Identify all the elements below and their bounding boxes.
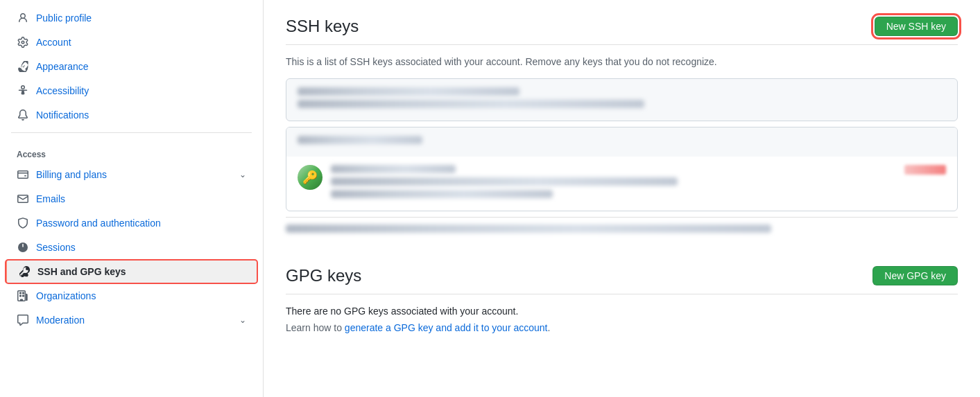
ssh-key-title-blur-2 (298, 136, 422, 144)
sidebar-item-label: Password and authentication (36, 218, 246, 229)
sidebar-item-billing[interactable]: Billing and plans ⌄ (6, 163, 257, 186)
sidebar-item-password-auth[interactable]: Password and authentication (6, 211, 257, 235)
accessibility-icon (17, 85, 29, 97)
sidebar-item-label: Sessions (36, 242, 246, 253)
ssh-section-divider (286, 44, 958, 45)
shield-icon (17, 217, 29, 229)
sidebar-item-notifications[interactable]: Notifications (6, 103, 257, 127)
ssh-key-detail-blur (298, 100, 644, 108)
person-icon (17, 12, 29, 24)
sidebar-item-account[interactable]: Account (6, 30, 257, 54)
gpg-section-divider (286, 294, 958, 294)
gear-icon (17, 36, 29, 48)
sidebar-item-accessibility[interactable]: Accessibility (6, 79, 257, 103)
ssh-key-item-3 (286, 217, 958, 244)
sidebar-item-sessions[interactable]: Sessions (6, 236, 257, 259)
sidebar-item-appearance[interactable]: Appearance (6, 55, 257, 78)
sidebar-divider (11, 132, 252, 133)
moderation-icon (17, 314, 29, 326)
gpg-no-keys-text: There are no GPG keys associated with yo… (286, 306, 958, 317)
ssh-description: This is a list of SSH keys associated wi… (286, 56, 958, 67)
learn-prefix: Learn how to (286, 322, 345, 333)
page-title: SSH keys (286, 17, 359, 36)
key-icon (18, 265, 31, 278)
sidebar-item-label: Billing and plans (36, 169, 232, 180)
ssh-key-fingerprint-blur (331, 177, 678, 186)
ssh-key-name-blur (331, 165, 456, 173)
ssh-key-title-blur (298, 87, 519, 96)
mail-icon (17, 193, 29, 205)
chevron-down-icon: ⌄ (239, 170, 246, 179)
ssh-key-row-blur (286, 224, 771, 233)
sidebar-item-emails[interactable]: Emails (6, 187, 257, 211)
access-section-header: Access (0, 139, 263, 162)
ssh-key-item-1 (286, 78, 958, 121)
gpg-title: GPG keys (286, 266, 361, 285)
sidebar-item-label: Notifications (36, 109, 246, 121)
new-ssh-key-button[interactable]: New SSH key (875, 17, 958, 36)
sidebar-item-label: Appearance (36, 61, 246, 72)
ssh-key-delete-blur (904, 165, 946, 175)
sidebar-item-moderation[interactable]: Moderation ⌄ (6, 308, 257, 332)
sidebar-item-label: Public profile (36, 12, 246, 24)
bell-icon (17, 109, 29, 121)
sidebar-item-ssh-gpg[interactable]: SSH and GPG keys (6, 260, 257, 283)
ssh-section-header: SSH keys New SSH key (286, 17, 958, 36)
learn-link[interactable]: generate a GPG key and add it to your ac… (345, 322, 548, 333)
ssh-key-item-2: 🔑 (286, 127, 958, 211)
gpg-section: GPG keys New GPG key There are no GPG ke… (286, 266, 958, 333)
org-icon (17, 290, 29, 302)
sidebar-item-label: Account (36, 37, 246, 48)
sidebar-item-label: Organizations (36, 290, 246, 301)
sidebar-item-label: Emails (36, 193, 246, 204)
credit-card-icon (17, 168, 29, 181)
sidebar-item-label: Moderation (36, 315, 232, 326)
sidebar-item-label: SSH and GPG keys (37, 266, 246, 277)
gpg-section-header: GPG keys New GPG key (286, 266, 958, 285)
gpg-learn-text: Learn how to generate a GPG key and add … (286, 322, 958, 333)
sidebar-item-organizations[interactable]: Organizations (6, 284, 257, 308)
sidebar-item-label: Accessibility (36, 85, 246, 96)
radio-icon (17, 241, 29, 254)
learn-suffix: . (547, 322, 550, 333)
ssh-key-date-blur (331, 190, 553, 198)
sidebar: Public profile Account Appearance Access… (0, 0, 264, 397)
sidebar-item-public-profile[interactable]: Public profile (6, 6, 257, 30)
paintbrush-icon (17, 60, 29, 73)
new-gpg-key-button[interactable]: New GPG key (872, 266, 958, 285)
chevron-down-icon: ⌄ (239, 315, 246, 325)
main-content: SSH keys New SSH key This is a list of S… (264, 0, 980, 397)
